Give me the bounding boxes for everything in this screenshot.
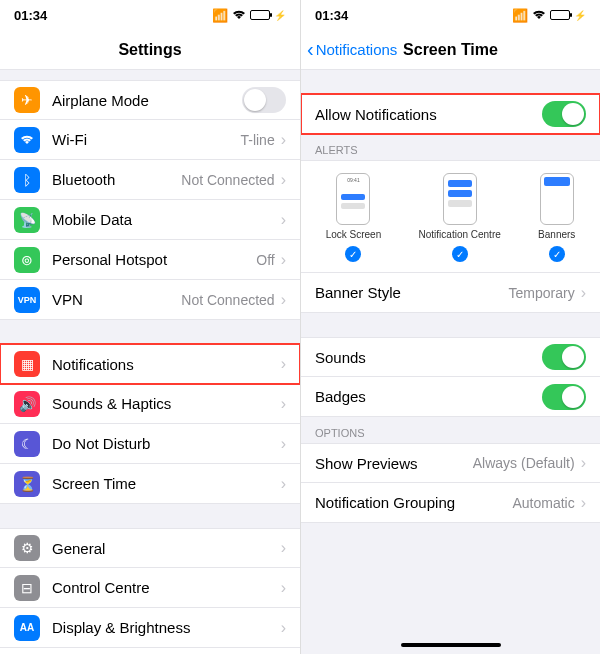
chevron-right-icon: ›	[281, 291, 286, 309]
chevron-right-icon: ›	[281, 251, 286, 269]
airplane-switch[interactable]	[242, 87, 286, 113]
row-mobile-data[interactable]: 📡 Mobile Data ›	[0, 200, 300, 240]
wifi-icon	[232, 8, 246, 23]
check-icon[interactable]: ✓	[345, 246, 361, 262]
row-notifications[interactable]: ▦ Notifications ›	[0, 344, 300, 384]
row-label: Notification Grouping	[315, 494, 512, 511]
row-notification-grouping[interactable]: Notification Grouping Automatic ›	[301, 483, 600, 523]
alert-label: Notification Centre	[419, 229, 501, 240]
row-value: T-line	[240, 132, 274, 148]
row-label: Personal Hotspot	[52, 251, 256, 268]
row-label: Do Not Disturb	[52, 435, 281, 452]
section-header-options: OPTIONS	[301, 417, 600, 443]
notifications-icon: ▦	[14, 351, 40, 377]
row-value: Automatic	[512, 495, 574, 511]
sounds-icon: 🔊	[14, 391, 40, 417]
row-screentime[interactable]: ⏳ Screen Time ›	[0, 464, 300, 504]
row-sounds-haptics[interactable]: 🔊 Sounds & Haptics ›	[0, 384, 300, 424]
row-label: General	[52, 540, 281, 557]
settings-list[interactable]: ✈︎ Airplane Mode Wi-Fi T-line › ᛒ Blueto…	[0, 70, 300, 654]
clock: 01:34	[315, 8, 348, 23]
gear-icon: ⚙	[14, 535, 40, 561]
home-indicator	[401, 643, 501, 647]
status-bar: 01:34 📶 ⚡	[301, 0, 600, 30]
chevron-right-icon: ›	[581, 454, 586, 472]
row-label: Badges	[315, 388, 542, 405]
chevron-right-icon: ›	[281, 475, 286, 493]
row-wifi[interactable]: Wi-Fi T-line ›	[0, 120, 300, 160]
row-sounds[interactable]: Sounds	[301, 337, 600, 377]
battery-icon	[250, 10, 270, 20]
bluetooth-icon: ᛒ	[14, 167, 40, 193]
sounds-switch[interactable]	[542, 344, 586, 370]
sliders-icon: ⊟	[14, 575, 40, 601]
antenna-icon: 📡	[14, 207, 40, 233]
airplane-icon: ✈︎	[14, 87, 40, 113]
row-label: Airplane Mode	[52, 92, 242, 109]
status-icons: 📶 ⚡	[512, 8, 586, 23]
status-bar: 01:34 📶 ⚡	[0, 0, 300, 30]
row-show-previews[interactable]: Show Previews Always (Default) ›	[301, 443, 600, 483]
row-label: Notifications	[52, 356, 281, 373]
row-label: Screen Time	[52, 475, 281, 492]
navbar: ‹ Notifications Screen Time	[301, 30, 600, 70]
section-header-alerts: ALERTS	[301, 134, 600, 160]
chevron-right-icon: ›	[281, 171, 286, 189]
screentime-notifications-screenshot: 01:34 📶 ⚡ ‹ Notifications Screen Time Al…	[300, 0, 600, 654]
row-label: Mobile Data	[52, 211, 281, 228]
vpn-icon: VPN	[14, 287, 40, 313]
alert-banners[interactable]: Banners ✓	[538, 173, 575, 262]
row-value: Temporary	[509, 285, 575, 301]
lock-screen-preview-icon: 09:41	[336, 173, 370, 225]
row-value: Not Connected	[181, 172, 274, 188]
check-icon[interactable]: ✓	[452, 246, 468, 262]
clock: 01:34	[14, 8, 47, 23]
row-home-screen[interactable]: ⊞ Home Screen ›	[0, 648, 300, 654]
row-hotspot[interactable]: ⊚ Personal Hotspot Off ›	[0, 240, 300, 280]
row-display-brightness[interactable]: AA Display & Brightness ›	[0, 608, 300, 648]
navbar: Settings	[0, 30, 300, 70]
row-label: Control Centre	[52, 579, 281, 596]
allow-switch[interactable]	[542, 101, 586, 127]
chevron-right-icon: ›	[581, 494, 586, 512]
chevron-right-icon: ›	[281, 131, 286, 149]
row-banner-style[interactable]: Banner Style Temporary ›	[301, 273, 600, 313]
settings-screenshot: 01:34 📶 ⚡ Settings ✈︎ Airplane Mode Wi-F…	[0, 0, 300, 654]
row-bluetooth[interactable]: ᛒ Bluetooth Not Connected ›	[0, 160, 300, 200]
status-icons: 📶 ⚡	[212, 8, 286, 23]
row-label: Sounds & Haptics	[52, 395, 281, 412]
row-value: Not Connected	[181, 292, 274, 308]
row-allow-notifications[interactable]: Allow Notifications	[301, 94, 600, 134]
alert-label: Lock Screen	[326, 229, 382, 240]
display-icon: AA	[14, 615, 40, 641]
banners-preview-icon	[540, 173, 574, 225]
row-general[interactable]: ⚙ General ›	[0, 528, 300, 568]
wifi-settings-icon	[14, 127, 40, 153]
alert-label: Banners	[538, 229, 575, 240]
row-airplane[interactable]: ✈︎ Airplane Mode	[0, 80, 300, 120]
row-label: Display & Brightness	[52, 619, 281, 636]
chevron-left-icon: ‹	[307, 38, 314, 61]
chevron-right-icon: ›	[281, 211, 286, 229]
check-icon[interactable]: ✓	[549, 246, 565, 262]
row-badges[interactable]: Badges	[301, 377, 600, 417]
chevron-right-icon: ›	[581, 284, 586, 302]
alert-lock-screen[interactable]: 09:41 Lock Screen ✓	[326, 173, 382, 262]
alert-notification-centre[interactable]: Notification Centre ✓	[419, 173, 501, 262]
row-value: Always (Default)	[473, 455, 575, 471]
notification-centre-preview-icon	[443, 173, 477, 225]
chevron-right-icon: ›	[281, 435, 286, 453]
row-label: VPN	[52, 291, 181, 308]
back-button[interactable]: ‹ Notifications	[301, 38, 397, 61]
chevron-right-icon: ›	[281, 619, 286, 637]
row-dnd[interactable]: ☾ Do Not Disturb ›	[0, 424, 300, 464]
row-control-centre[interactable]: ⊟ Control Centre ›	[0, 568, 300, 608]
chevron-right-icon: ›	[281, 395, 286, 413]
row-value: Off	[256, 252, 274, 268]
back-label: Notifications	[316, 41, 398, 58]
badges-switch[interactable]	[542, 384, 586, 410]
row-vpn[interactable]: VPN VPN Not Connected ›	[0, 280, 300, 320]
row-label: Banner Style	[315, 284, 509, 301]
signal-icon: 📶	[512, 8, 528, 23]
notification-settings-list[interactable]: Allow Notifications ALERTS 09:41 Lock Sc…	[301, 70, 600, 654]
